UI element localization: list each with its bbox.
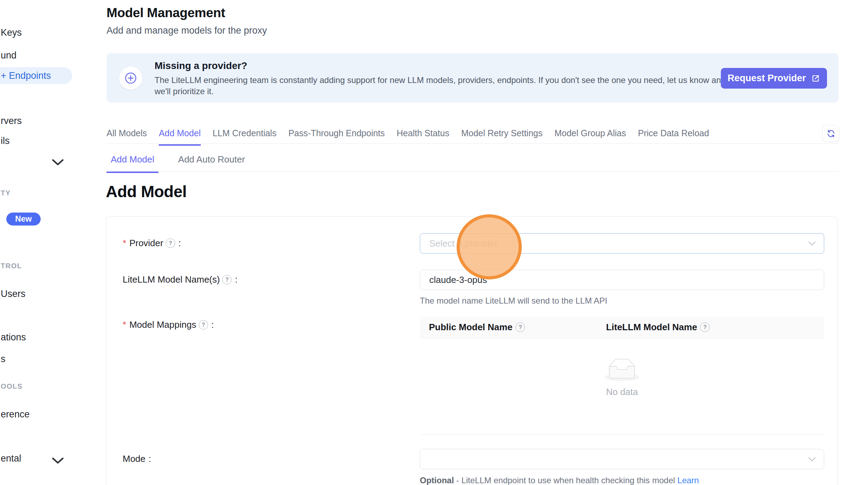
required-marker: *	[123, 238, 126, 249]
new-badge: New	[6, 213, 41, 226]
tab-pass-through-endpoints[interactable]: Pass-Through Endpoints	[288, 128, 385, 144]
label-colon: :	[211, 319, 214, 330]
help-icon[interactable]: ?	[166, 238, 175, 248]
tab-bar: All Models Add Model LLM Credentials Pas…	[107, 125, 839, 144]
mode-helper-text: - LiteLLM endpoint to use when health ch…	[456, 476, 675, 485]
tab-llm-credentials[interactable]: LLM Credentials	[213, 128, 276, 144]
provider-select-input[interactable]	[420, 234, 854, 253]
required-marker: *	[123, 319, 126, 330]
sidebar-item-ental[interactable]: ental	[1, 453, 21, 464]
chevron-down-icon	[808, 240, 816, 248]
sidebar-item-ils[interactable]: ils	[1, 136, 10, 146]
provider-label: * Provider ? :	[123, 238, 181, 249]
page-subtitle: Add and manage models for the proxy	[107, 25, 267, 36]
sidebar-item-s[interactable]: s	[1, 354, 6, 365]
form-title: Add Model	[106, 182, 187, 201]
sidebar-item-und[interactable]: und	[1, 50, 16, 61]
external-link-icon	[811, 74, 820, 83]
sidebar: Keys und + Endpoints rvers ils TY New TR…	[0, 0, 81, 485]
sidebar-item-keys[interactable]: Keys	[1, 27, 22, 38]
column-litellm-model-name: LiteLLM Model Name ?	[606, 322, 710, 333]
model-mappings-label-text: Model Mappings	[129, 319, 196, 330]
column-label: Public Model Name	[429, 322, 512, 333]
refresh-button[interactable]	[822, 125, 839, 142]
chevron-down-icon[interactable]	[52, 158, 64, 167]
subtab-add-auto-router[interactable]: Add Auto Router	[174, 154, 249, 172]
banner-title: Missing a provider?	[155, 60, 247, 71]
provider-select[interactable]	[420, 233, 824, 254]
mode-select[interactable]	[420, 449, 824, 469]
model-mappings-label: * Model Mappings ? :	[123, 319, 214, 330]
tab-model-group-alias[interactable]: Model Group Alias	[554, 128, 626, 144]
mode-label-text: Mode	[123, 453, 145, 464]
tab-add-model[interactable]: Add Model	[159, 128, 201, 146]
sidebar-item-rvers[interactable]: rvers	[1, 116, 22, 126]
model-mappings-table: Public Model Name ? LiteLLM Model Name ?	[420, 317, 824, 435]
model-management-page: Keys und + Endpoints rvers ils TY New TR…	[0, 0, 868, 485]
column-public-model-name: Public Model Name ?	[429, 322, 525, 333]
banner-body-line1: The LiteLLM engineering team is constant…	[155, 75, 726, 85]
model-name-label-text: LiteLLM Model Name(s)	[123, 274, 220, 285]
column-divider	[610, 323, 610, 332]
subtab-add-model[interactable]: Add Model	[107, 154, 158, 173]
mode-helper: Optional - LiteLLM endpoint to use when …	[420, 476, 699, 485]
no-data-text: No data	[606, 387, 638, 397]
empty-state: No data	[420, 359, 824, 397]
learn-link[interactable]: Learn	[677, 476, 699, 485]
tab-all-models[interactable]: All Models	[107, 128, 147, 144]
model-name-field[interactable]	[420, 270, 824, 290]
label-colon: :	[235, 274, 237, 285]
model-name-helper: The model name LiteLLM will send to the …	[420, 296, 607, 306]
sidebar-item-endpoints-active[interactable]: + Endpoints	[0, 67, 72, 84]
sidebar-item-ations[interactable]: ations	[1, 332, 26, 343]
provider-label-text: Provider	[129, 238, 163, 249]
help-icon[interactable]: ?	[700, 323, 710, 332]
help-icon[interactable]: ?	[515, 323, 525, 332]
tab-health-status[interactable]: Health Status	[397, 128, 449, 144]
sidebar-section-ools: OOLS	[1, 382, 23, 390]
mode-label: Mode :	[123, 453, 151, 464]
sidebar-section-ty: TY	[1, 189, 11, 197]
sidebar-item-erence[interactable]: erence	[1, 409, 30, 420]
tab-model-retry-settings[interactable]: Model Retry Settings	[461, 128, 542, 144]
empty-inbox-icon	[604, 359, 640, 381]
banner-body-line2: we'll prioritize it.	[155, 86, 214, 96]
label-colon: :	[149, 453, 151, 464]
help-icon[interactable]: ?	[222, 275, 232, 284]
table-header: Public Model Name ? LiteLLM Model Name ?	[420, 317, 824, 338]
request-provider-button[interactable]: Request Provider	[721, 68, 827, 89]
mode-helper-bold: Optional	[420, 476, 454, 485]
sidebar-section-trol: TROL	[1, 262, 22, 270]
sub-tab-bar: Add Model Add Auto Router	[107, 151, 839, 172]
label-colon: :	[178, 238, 181, 249]
model-name-label: LiteLLM Model Name(s) ? :	[123, 274, 238, 285]
request-provider-label: Request Provider	[727, 73, 806, 84]
tab-price-data-reload[interactable]: Price Data Reload	[638, 128, 709, 144]
chevron-down-icon[interactable]	[52, 457, 64, 465]
sidebar-item-users[interactable]: Users	[1, 289, 26, 299]
model-name-input[interactable]	[420, 270, 854, 290]
column-label: LiteLLM Model Name	[606, 322, 697, 333]
sidebar-item-endpoints-label: + Endpoints	[1, 70, 51, 81]
help-icon[interactable]: ?	[199, 320, 208, 330]
chevron-down-icon	[808, 455, 816, 464]
refresh-icon	[826, 129, 836, 138]
plus-circle-icon	[119, 67, 142, 90]
page-title: Model Management	[107, 6, 225, 20]
